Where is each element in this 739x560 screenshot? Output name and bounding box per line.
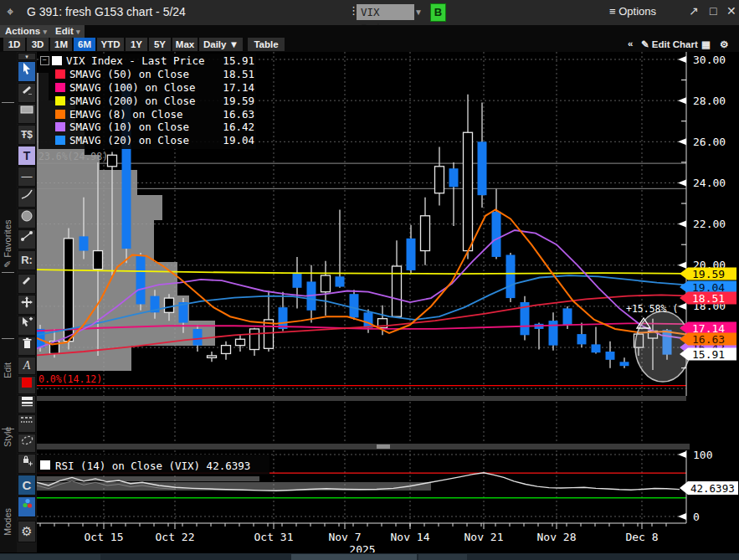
legend-item[interactable]: SMAVG (10) on Close16.42 [40,121,254,134]
move-window-icon[interactable]: ⌖ [7,4,13,19]
legend-item[interactable]: SMAVG (20) on Close19.04 [40,134,254,147]
legend-item[interactable]: SMAVG (200) on Close19.59 [40,94,254,107]
legend-item[interactable]: SMAVG (50) on Close18.51 [40,68,254,81]
bloomberg-chart-window: ⌖ G 391: fresh G153 chart - 5/24 ⋮ VIX I… [0,0,739,560]
range-button-1y[interactable]: 1Y [126,38,147,51]
security-dropdown-icon[interactable]: ▼ [414,8,423,17]
range-button-ytd[interactable]: YTD [97,38,124,51]
toolbar-collapse-icon[interactable]: ▾ [18,53,36,60]
annotate-pencil-icon[interactable] [18,274,36,294]
actions-menu[interactable]: Actions ▾ [0,25,52,38]
chart-settings-gear-icon[interactable]: ⚙ [720,39,728,50]
candle-body-up [165,298,174,312]
multi-color-mode-icon[interactable] [18,496,36,517]
legend-swatch [55,69,65,79]
legend-swatch [52,56,62,65]
legend-series-value: 16.63 [223,108,254,121]
exchange-badge[interactable]: B [430,3,446,22]
date-axis-label: Nov 28 [537,531,577,543]
rsi-tag-value: 42.6393 [690,482,735,495]
style-group-label[interactable]: Style [3,427,13,447]
trendline-tool-icon[interactable] [18,229,36,249]
candle-body-down [407,239,416,270]
popout-icon[interactable]: ↗ [689,4,699,18]
chart-legend: −VIX Index - Last Price15.91SMAVG (50) o… [38,54,256,149]
regression-tool-icon[interactable]: R: [18,250,36,270]
legend-series-name: SMAVG (20) on Close [69,134,223,146]
ellipse-tool-icon[interactable] [18,208,36,229]
range-button-1d[interactable]: 1D [3,38,25,51]
arc-tool-icon[interactable] [18,188,36,208]
legend-series-name: VIX Index - Last Price [66,54,223,67]
edit-chart-button[interactable]: ✎ Edit Chart [641,39,698,50]
font-tool-icon[interactable]: A [18,357,36,375]
date-axis-label: Nov 7 [328,531,361,543]
candle-body-down [449,168,459,187]
candle-body-down [506,254,516,298]
candle-body-down [492,212,501,257]
legend-item[interactable]: SMAVG (100) on Close17.14 [40,81,254,95]
legend-item[interactable]: −VIX Index - Last Price15.91 [40,54,254,68]
legend-swatch [55,110,65,119]
color-picker-icon[interactable] [18,376,36,394]
rsi-legend-swatch [40,460,50,470]
rsi-grey-bar [37,476,259,481]
security-input[interactable]: VIX Index [357,4,414,20]
legend-series-value: 19.59 [223,95,254,107]
move-tool-icon[interactable] [18,295,36,315]
close-icon[interactable]: ✕ [726,4,736,18]
line-style-icon[interactable] [18,414,36,433]
chart-template-icon[interactable]: ▦ [701,39,711,50]
text-tool-icon[interactable]: T [18,146,36,166]
price-axis-label: 30.00 [693,54,726,66]
toolbar-group-strip: ✎ Favorites Edit Style Modes [0,52,17,552]
crescent-mode-icon[interactable]: C [18,475,36,496]
settings-gear-icon[interactable]: ⚙ [18,521,36,542]
modes-group-label[interactable]: Modes [3,508,13,536]
cursor-tool-icon[interactable] [18,61,36,82]
range-toolbar: 1D3D1M6MYTD1Y5YMax Daily ▼ Table « ✎ Edi… [0,38,739,52]
collapse-panel-icon[interactable]: « [628,39,633,49]
favorites-group-label[interactable]: ✎ Favorites [3,219,13,268]
price-label-tool-icon[interactable]: Ŧ$ [18,125,36,145]
options-button[interactable]: ≡ Options [609,5,656,18]
legend-series-name: SMAVG (100) on Close [69,81,223,94]
rsi-axis-label: 0 [693,511,700,523]
draw-line-tool-icon[interactable] [18,83,36,103]
candle-body-up [321,275,331,292]
horizontal-line-tool-icon[interactable]: — [18,167,36,187]
range-button-5y[interactable]: 5Y [149,38,171,51]
candle-body-down [136,254,146,304]
candle-body-down [293,274,302,288]
range-button-1m[interactable]: 1M [50,38,72,51]
legend-collapse-icon[interactable]: − [40,56,49,65]
dashed-ellipse-tool-icon[interactable] [18,434,36,453]
fib-label-0: 0.0%(14.12) [38,373,102,385]
candle-body-down [350,294,359,317]
delete-trash-icon[interactable] [18,337,36,356]
maximize-icon[interactable]: □ [710,4,716,18]
candle-body-up [108,155,117,167]
range-button-3d[interactable]: 3D [27,38,49,51]
period-select[interactable]: Daily ▼ [199,38,243,51]
range-button-max[interactable]: Max [172,38,198,51]
candle-body-up [250,329,259,350]
candle-body-down [606,352,615,360]
price-tag-value: 19.59 [692,268,725,280]
candle-body-up [236,339,245,345]
select-plus-tool-icon[interactable] [18,316,36,336]
rectangle-tool-icon[interactable] [18,104,36,124]
candle-body-up [64,239,74,342]
line-width-icon[interactable] [18,395,36,414]
edit-group-label[interactable]: Edit [3,362,13,378]
edit-menu[interactable]: Edit ▾ [50,25,85,38]
lock-crosshair-tool-icon[interactable] [18,454,36,474]
candle-body-down [336,276,345,286]
price-axis-label: 26.00 [693,136,726,148]
candle-body-up [94,251,103,270]
date-axis-label: Oct 31 [254,531,294,543]
legend-item[interactable]: EMAVG (8) on Close16.63 [40,107,254,121]
range-button-6m[interactable]: 6M [74,38,95,51]
volume-profile-bar [37,195,162,220]
table-button[interactable]: Table [248,38,285,51]
